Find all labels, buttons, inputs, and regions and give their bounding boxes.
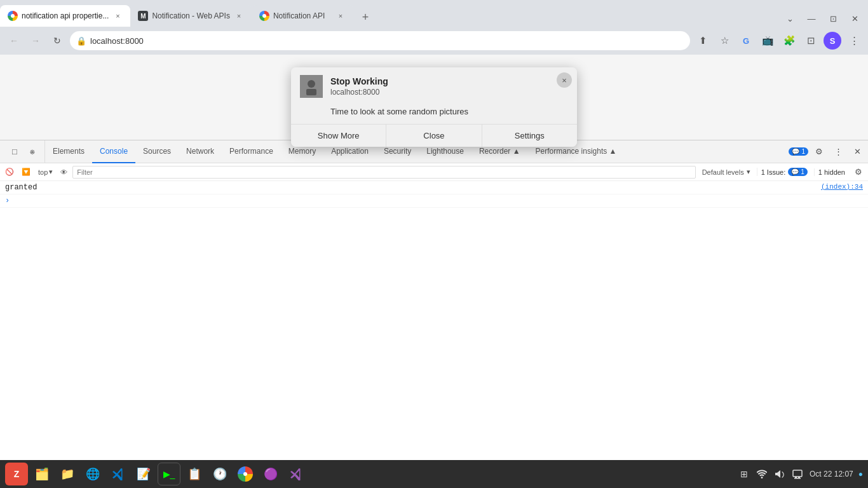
notification-origin: localhost:8000 — [330, 88, 568, 97]
devtools-settings-button[interactable]: ⚙ — [811, 144, 827, 160]
notification-header: Stop Working localhost:8000 × — [291, 67, 577, 104]
devtools-close-button[interactable]: ✕ — [849, 144, 865, 160]
browser-toolbar-right: ⬆ ☆ G 📺 🧩 ⊡ S ⋮ — [694, 32, 863, 50]
chat-icon: 💬 — [792, 148, 799, 155]
tab-close-1[interactable]: × — [112, 11, 123, 21]
svg-rect-2 — [306, 89, 316, 95]
console-content: granted (index):34 › — [0, 181, 868, 460]
browser-tab-1[interactable]: notification api propertie... × — [0, 5, 130, 27]
devtools-device-button[interactable]: ⎈ — [24, 144, 41, 160]
notification-settings-button[interactable]: Settings — [482, 125, 577, 147]
notification-text-block: Stop Working localhost:8000 — [330, 76, 568, 97]
devtools-panel: □ ⎈ Elements Console Sources Network Per… — [0, 140, 868, 460]
devtools-eye-button[interactable]: 👁 — [58, 165, 70, 179]
cast-button[interactable]: 📺 — [759, 32, 776, 50]
notification-close-button[interactable]: × — [557, 72, 572, 88]
address-bar: ← → ↻ 🔒 localhost:8000 ⬆ ☆ G 📺 🧩 ⊡ S ⋮ — [0, 27, 868, 55]
taskbar-icon-purple[interactable]: 🟣 — [259, 463, 282, 485]
taskbar: Z 🗂️ 📁 🌐 📝 ▶_ 📋 🕐 🟣 ⊞ Oct 22 12:07 ● — [0, 460, 868, 488]
devtools-tab-console[interactable]: Console — [92, 140, 135, 163]
devtools-tab-elements[interactable]: Elements — [45, 140, 92, 163]
console-settings-button[interactable]: ⚙ — [851, 165, 865, 179]
notification-popup: Stop Working localhost:8000 × Time to lo… — [291, 67, 577, 147]
console-line-granted: granted (index):34 — [0, 181, 868, 194]
taskbar-icon-vscode-alt[interactable] — [285, 463, 308, 485]
tab-close-3[interactable]: × — [336, 11, 346, 21]
svg-rect-3 — [793, 470, 802, 477]
tab-search-button[interactable]: ⌄ — [782, 10, 798, 27]
taskbar-icon-zeal[interactable]: Z — [5, 463, 28, 485]
taskbar-icon-notes[interactable]: 📝 — [132, 463, 155, 485]
tray-monitor-icon[interactable]: ⊞ — [737, 467, 751, 481]
profile-button[interactable]: S — [824, 32, 841, 50]
hidden-count: 1 hidden — [814, 168, 849, 176]
taskbar-right: ⊞ Oct 22 12:07 ● — [737, 467, 863, 481]
default-levels-selector[interactable]: Default levels ▾ — [698, 168, 754, 176]
devtools-more-button[interactable]: ⋮ — [830, 144, 846, 160]
new-tab-button[interactable]: + — [356, 8, 375, 27]
minimize-button[interactable]: — — [803, 10, 820, 27]
devtools-messages-badge: 💬 1 — [789, 147, 808, 156]
address-bar-input[interactable]: 🔒 localhost:8000 — [70, 31, 690, 50]
taskbar-icon-vscode[interactable] — [107, 463, 130, 485]
taskbar-icon-folder[interactable]: 📁 — [56, 463, 79, 485]
console-line-arrow: › — [0, 194, 868, 208]
menu-button[interactable]: ⋮ — [845, 32, 863, 50]
taskbar-icon-files[interactable]: 🗂️ — [31, 463, 53, 485]
devtools-right-controls: 💬 1 ⚙ ⋮ ✕ — [789, 144, 865, 160]
console-filter-input[interactable] — [72, 166, 695, 179]
console-source-link[interactable]: (index):34 — [821, 183, 863, 191]
console-expand-arrow[interactable]: › — [5, 196, 10, 205]
devtools-context-selector[interactable]: top ▾ — [36, 165, 55, 179]
browser-chrome: notification api propertie... × M Notifi… — [0, 0, 868, 55]
tab-title-1: notification api propertie... — [22, 11, 109, 20]
extensions-button[interactable]: 🧩 — [780, 32, 798, 50]
share-button[interactable]: ⬆ — [694, 32, 712, 50]
devtools-tab-performance[interactable]: Performance — [222, 140, 281, 163]
notification-body: Time to look at some random pictures — [291, 104, 577, 124]
reload-button[interactable]: ↻ — [48, 32, 66, 50]
devtools-toggle[interactable]: ⊡ — [802, 32, 820, 50]
taskbar-datetime: Oct 22 12:07 — [810, 470, 853, 478]
taskbar-icon-apps[interactable]: 🌐 — [81, 463, 104, 485]
devtools-tab-network[interactable]: Network — [179, 140, 222, 163]
taskbar-icon-chrome[interactable] — [234, 463, 257, 485]
forward-button[interactable]: → — [27, 32, 44, 50]
svg-point-1 — [308, 80, 315, 88]
taskbar-icon-clock[interactable]: 🕐 — [208, 463, 231, 485]
notification-title: Stop Working — [330, 76, 568, 86]
devtools-toolbar: 🚫 🔽 top ▾ 👁 Default levels ▾ 1 Issue: 💬 … — [0, 163, 868, 181]
tab-bar: notification api propertie... × M Notifi… — [0, 0, 868, 27]
tray-wifi-icon[interactable] — [755, 467, 769, 481]
svg-rect-6 — [794, 478, 801, 479]
bookmark-button[interactable]: ☆ — [715, 32, 733, 50]
google-icon[interactable]: G — [737, 32, 755, 50]
system-tray-icons: ⊞ — [737, 467, 804, 481]
tab-favicon-1 — [8, 11, 18, 21]
tray-volume-icon[interactable] — [773, 467, 787, 481]
taskbar-icon-files2[interactable]: 📋 — [183, 463, 206, 485]
tab-title-2: Notification - Web APIs — [152, 11, 230, 20]
issues-count-display: 1 Issue: 💬 1 — [757, 168, 811, 176]
browser-tab-3[interactable]: Notification API × — [252, 5, 353, 27]
close-window-button[interactable]: ✕ — [846, 10, 863, 27]
tray-screenshot-icon[interactable] — [790, 467, 804, 481]
devtools-filter-toggle[interactable]: 🔽 — [19, 165, 33, 179]
chevron-down-icon-2: ▾ — [747, 168, 750, 176]
restore-button[interactable]: ⊡ — [825, 10, 841, 27]
chevron-down-icon: ▾ — [49, 168, 53, 176]
tab-close-2[interactable]: × — [234, 11, 244, 21]
devtools-tab-sources[interactable]: Sources — [135, 140, 179, 163]
tab-controls: ⌄ — ⊡ ✕ — [782, 10, 868, 27]
back-button[interactable]: ← — [5, 32, 23, 50]
issues-badge: 💬 1 — [788, 168, 808, 176]
tab-favicon-3 — [259, 11, 269, 21]
taskbar-icon-terminal[interactable]: ▶_ — [158, 463, 180, 485]
devtools-inspect-button[interactable]: □ — [6, 144, 23, 160]
notification-actions: Show More Close Settings — [291, 124, 577, 147]
notification-close-action-button[interactable]: Close — [386, 125, 482, 147]
notification-show-more-button[interactable]: Show More — [291, 125, 386, 147]
browser-tab-2[interactable]: M Notification - Web APIs × — [130, 5, 252, 27]
console-text-granted: granted — [5, 183, 821, 192]
devtools-clear-button[interactable]: 🚫 — [3, 165, 17, 179]
